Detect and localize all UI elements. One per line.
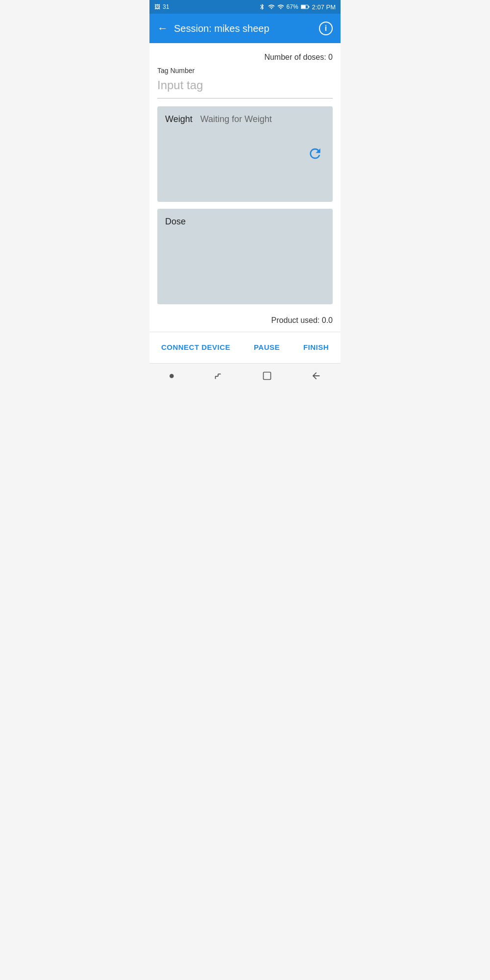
connect-device-button[interactable]: CONNECT DEVICE	[156, 339, 235, 355]
back-nav-icon	[311, 370, 321, 381]
tag-input-wrapper	[157, 76, 333, 98]
pause-button[interactable]: PAUSE	[249, 339, 285, 355]
product-used-row: Product used: 0.0	[157, 311, 333, 332]
svg-rect-7	[264, 372, 271, 379]
refresh-button[interactable]	[305, 144, 325, 165]
weight-card: Weight Waiting for Weight	[157, 106, 333, 202]
nav-square-button[interactable]	[252, 367, 282, 385]
time-text: 2:07 PM	[312, 3, 336, 11]
dose-label: Dose	[165, 217, 186, 226]
svg-rect-2	[308, 6, 309, 8]
action-bar: CONNECT DEVICE PAUSE FINISH	[149, 332, 341, 363]
status-bar: 🖼 31 67% 2:07 PM	[149, 0, 341, 14]
info-button[interactable]: i	[319, 22, 333, 35]
finish-button[interactable]: FINISH	[298, 339, 334, 355]
circle-icon: ●	[169, 370, 174, 381]
tag-number-section: Tag Number	[157, 67, 333, 98]
svg-rect-1	[301, 5, 305, 8]
product-used-text: Product used: 0.0	[271, 316, 333, 325]
signal-icon	[277, 3, 284, 10]
nav-recent-button[interactable]	[203, 367, 234, 385]
photo-icon: 🖼	[154, 3, 160, 10]
battery-icon	[301, 4, 310, 10]
app-bar: ← Session: mikes sheep i	[149, 14, 341, 43]
back-button[interactable]: ←	[157, 22, 168, 35]
tag-number-label: Tag Number	[157, 67, 333, 74]
dose-card: Dose	[157, 209, 333, 304]
main-content: Number of doses: 0 Tag Number Weight Wai…	[149, 43, 341, 332]
wifi-icon	[268, 3, 275, 10]
bluetooth-icon	[259, 3, 266, 10]
weight-label: Weight	[165, 114, 193, 124]
weight-row: Weight Waiting for Weight	[165, 114, 325, 124]
tag-input[interactable]	[157, 76, 333, 94]
nav-bar: ●	[149, 363, 341, 388]
recent-apps-icon	[213, 370, 224, 381]
nav-back-button[interactable]	[301, 367, 331, 385]
nav-home-button[interactable]: ●	[159, 366, 184, 385]
weight-status: Waiting for Weight	[200, 114, 272, 124]
page-title: Session: mikes sheep	[174, 23, 319, 34]
status-bar-right: 67% 2:07 PM	[259, 3, 336, 11]
status-bar-left: 🖼 31	[154, 3, 169, 10]
doses-row: Number of doses: 0	[157, 49, 333, 67]
battery-text: 67%	[287, 3, 298, 10]
doses-count: Number of doses: 0	[264, 53, 333, 62]
refresh-icon	[307, 146, 323, 161]
square-icon	[262, 371, 272, 381]
calendar-icon: 31	[163, 3, 169, 10]
